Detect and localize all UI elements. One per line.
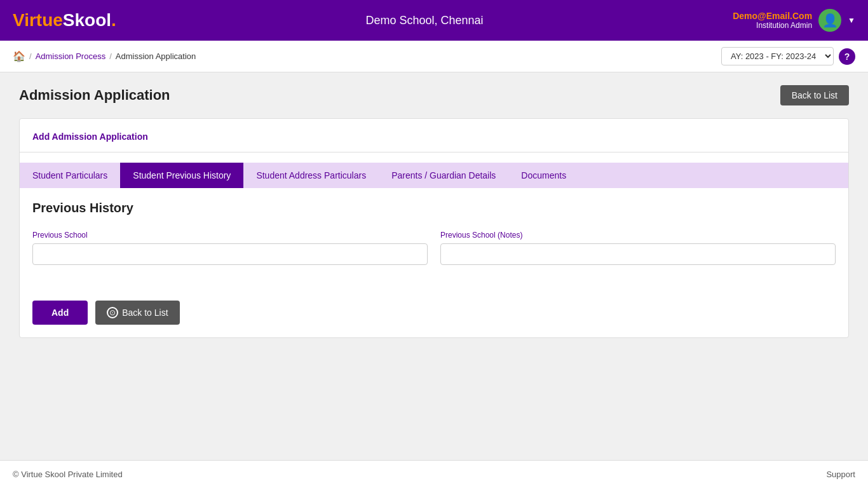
previous-school-notes-label: Previous School (Notes) [440, 231, 836, 240]
user-dropdown-arrow[interactable]: ▼ [848, 16, 855, 25]
previous-history-form: Previous History Previous School Previou… [32, 188, 836, 281]
breadcrumb: 🏠 / Admission Process / Admission Applic… [13, 50, 196, 62]
header-right: Demo@Email.Com Institution Admin 👤 ▼ [733, 9, 855, 32]
back-circle-icon: ⊙ [107, 307, 118, 318]
tab-student-address-particulars[interactable]: Student Address Particulars [243, 163, 379, 188]
home-icon[interactable]: 🏠 [13, 50, 25, 62]
previous-school-label: Previous School [32, 231, 428, 240]
previous-school-notes-group: Previous School (Notes) [440, 231, 836, 265]
main-card: Add Admission Application Student Partic… [19, 118, 849, 338]
logo-text: VirtueSkool. [13, 10, 116, 30]
add-admission-application-link[interactable]: Add Admission Application [32, 132, 148, 142]
logo-virtue: Virtue [13, 10, 63, 30]
breadcrumb-admission-process[interactable]: Admission Process [36, 51, 106, 61]
back-to-list-label: Back to List [122, 308, 168, 318]
tab-documents[interactable]: Documents [508, 163, 579, 188]
breadcrumb-admission-application: Admission Application [116, 51, 196, 61]
header: VirtueSkool. Demo School, Chennai Demo@E… [0, 0, 868, 41]
previous-school-group: Previous School [32, 231, 428, 265]
breadcrumb-bar: 🏠 / Admission Process / Admission Applic… [0, 41, 868, 72]
footer: © Virtue Skool Private Limited Support [0, 460, 868, 488]
card-divider [20, 152, 848, 152]
form-row-1: Previous School Previous School (Notes) [32, 231, 836, 265]
school-name: Demo School, Chennai [365, 14, 483, 27]
ay-dropdown[interactable]: AY: 2023 - FY: 2023-24 [721, 47, 834, 65]
tabs: Student Particulars Student Previous His… [20, 163, 848, 188]
user-info: Demo@Email.Com Institution Admin [733, 11, 812, 30]
tab-parents-guardian-details[interactable]: Parents / Guardian Details [379, 163, 508, 188]
ay-selector: AY: 2023 - FY: 2023-24 ? [721, 47, 855, 65]
section-title-normal: History [86, 201, 133, 215]
breadcrumb-sep-1: / [29, 51, 32, 61]
logo: VirtueSkool. [13, 10, 116, 30]
breadcrumb-sep-2: / [109, 51, 112, 61]
logo-skool-text: Skool [63, 10, 111, 30]
logo-dot: . [111, 10, 116, 30]
page-header: Admission Application Back to List [19, 85, 849, 105]
action-buttons: Add ⊙ Back to List [32, 294, 836, 325]
previous-school-input[interactable] [32, 243, 428, 265]
avatar: 👤 [818, 9, 841, 32]
section-title-bold: Previous [32, 201, 86, 215]
user-email: Demo@Email.Com [733, 11, 812, 21]
tab-student-previous-history[interactable]: Student Previous History [120, 163, 243, 188]
back-to-list-button[interactable]: ⊙ Back to List [95, 301, 179, 325]
back-to-list-header-button[interactable]: Back to List [780, 85, 849, 105]
help-button[interactable]: ? [839, 48, 855, 65]
add-button[interactable]: Add [32, 301, 88, 325]
tab-student-particulars[interactable]: Student Particulars [20, 163, 120, 188]
main-content: Admission Application Back to List Add A… [0, 72, 868, 460]
page-title: Admission Application [19, 87, 170, 104]
support-link[interactable]: Support [826, 470, 855, 479]
copyright: © Virtue Skool Private Limited [13, 470, 123, 479]
user-role: Institution Admin [733, 21, 812, 30]
previous-school-notes-input[interactable] [440, 243, 836, 265]
section-title: Previous History [32, 201, 836, 215]
